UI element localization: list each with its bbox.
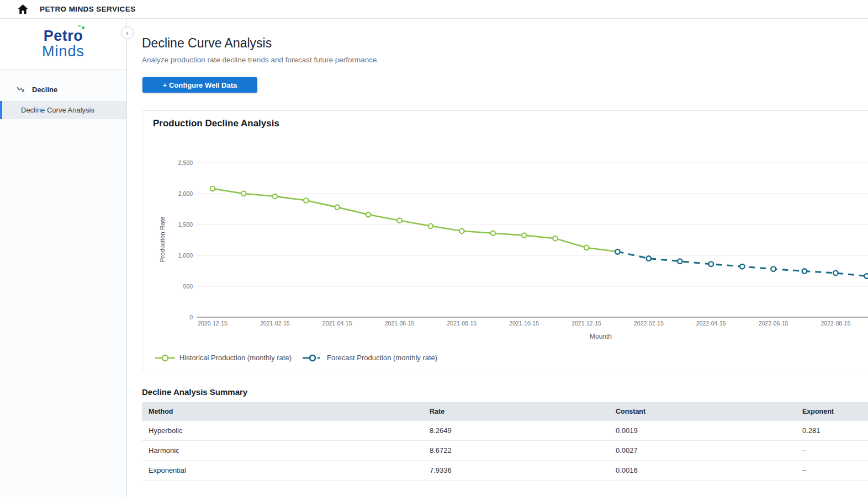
app-title: PETRO MINDS SERVICES [40,5,136,13]
logo-droplet-icon [82,26,84,29]
svg-text:2,500: 2,500 [178,159,193,166]
trending-down-icon [17,86,27,93]
svg-text:2,000: 2,000 [178,190,193,197]
svg-text:2021-04-15: 2021-04-15 [322,320,352,327]
cell-exponent: 0.281 [796,426,868,435]
cell-constant: 0.0019 [609,426,796,435]
production-decline-chart-card: Production Decline Analysis 05001,0001,5… [142,110,868,371]
cell-method: Harmonic [142,446,423,455]
configure-well-data-button[interactable]: + Configure Well Data [142,77,257,93]
col-header-constant: Constant [609,408,796,415]
sidebar-section-label: Decline [32,85,57,94]
legend-item-forecast[interactable]: Forecast Production (monthly rate) [301,354,437,362]
top-bar: PETRO MINDS SERVICES [0,0,868,19]
cell-rate: 8.6722 [423,446,609,455]
table-row[interactable]: Exponential 7.9336 0.0016 – [142,461,868,480]
home-icon[interactable] [17,3,29,15]
cell-constant: 0.0027 [609,446,796,455]
cell-constant: 0.0016 [609,466,796,474]
svg-text:1,500: 1,500 [178,221,193,228]
page-subtitle: Analyze production rate decline trends a… [142,56,379,64]
svg-text:2022-02-15: 2022-02-15 [634,320,664,327]
table-row[interactable]: Harmonic 8.6722 0.0027 – [142,441,868,461]
col-header-rate: Rate [423,408,609,415]
logo-text-minds: Minds [42,44,84,59]
svg-text:2021-08-15: 2021-08-15 [447,320,477,327]
svg-text:Production Rate: Production Rate [159,217,166,262]
svg-text:2022-08-15: 2022-08-15 [821,320,851,327]
chevron-left-icon: ‹ [126,29,128,37]
svg-text:1,000: 1,000 [178,252,193,259]
svg-text:2021-10-15: 2021-10-15 [509,320,539,327]
svg-text:2021-06-15: 2021-06-15 [385,320,415,327]
legend-label-historical: Historical Production (monthly rate) [179,354,292,362]
logo[interactable]: Petro Minds [0,19,126,70]
col-header-exponent: Exponent [796,408,868,415]
forecast-series-marker-icon [301,354,324,362]
legend-label-forecast: Forecast Production (monthly rate) [327,354,437,362]
cell-rate: 7.9336 [423,466,609,474]
summary-heading: Decline Analysis Summary [142,387,247,397]
svg-text:2020-12-15: 2020-12-15 [198,320,227,327]
cell-exponent: – [796,466,868,474]
chart-legend: Historical Production (monthly rate) For… [154,354,437,362]
svg-text:Mounth: Mounth [590,333,612,340]
col-header-method: Method [142,408,423,415]
svg-text:0: 0 [189,314,193,320]
historical-series-marker-icon [154,354,176,362]
sidebar: Petro Minds Decline Decline Curve Analys… [0,19,127,497]
sidebar-section-decline: Decline [0,85,126,94]
decline-summary-table: Method Rate Constant Exponent Hyperbolic… [142,402,868,480]
sidebar-item-label: Decline Curve Analysis [21,106,94,114]
sidebar-collapse-button[interactable]: ‹ [121,26,134,39]
svg-text:2022-04-15: 2022-04-15 [696,320,726,327]
svg-text:2022-06-15: 2022-06-15 [759,320,788,327]
table-row[interactable]: Hyperbolic 8.2649 0.0019 0.281 [142,421,868,441]
svg-text:2021-02-15: 2021-02-15 [260,320,290,327]
svg-text:500: 500 [183,283,193,290]
cell-method: Hyperbolic [142,426,423,435]
decline-chart-canvas[interactable]: 05001,0001,5002,0002,5002020-12-152021-0… [142,111,868,348]
logo-droplet-icon-small [78,25,81,27]
legend-item-historical[interactable]: Historical Production (monthly rate) [154,354,292,362]
svg-text:2021-12-15: 2021-12-15 [571,320,601,327]
cell-rate: 8.2649 [423,426,609,435]
cell-method: Exponential [142,466,423,474]
page-title: Decline Curve Analysis [142,36,272,51]
table-header-row: Method Rate Constant Exponent [142,402,868,421]
sidebar-item-decline-curve-analysis[interactable]: Decline Curve Analysis [0,101,126,119]
main-content: Decline Curve Analysis Analyze productio… [128,19,868,497]
cell-exponent: – [796,446,868,455]
logo-text-petro: Petro [44,29,83,44]
